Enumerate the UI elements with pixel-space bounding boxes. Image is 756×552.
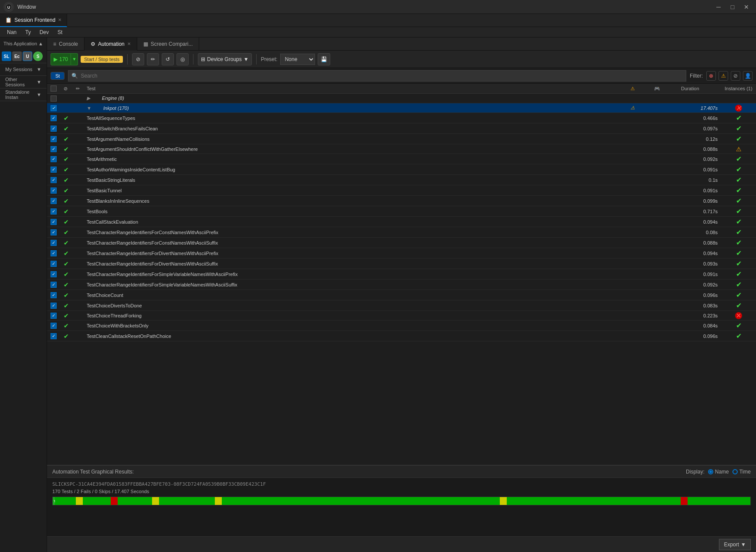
sidebar-tab-ue[interactable]: U xyxy=(23,51,32,61)
row-test-name[interactable]: TestCharacterRangeIdentifiersForDivertNa… xyxy=(83,248,627,259)
row-check[interactable] xyxy=(47,94,60,103)
row-checkbox[interactable]: ✓ xyxy=(51,313,57,319)
time-radio-button[interactable] xyxy=(732,469,738,474)
maximize-button[interactable]: □ xyxy=(726,3,739,11)
menu-item-ty[interactable]: Ty xyxy=(22,27,34,37)
search-all-button[interactable]: ◎ xyxy=(176,53,189,65)
display-name-radio[interactable]: Name xyxy=(708,469,729,475)
sidebar-tab-ec[interactable]: Ec xyxy=(12,51,22,61)
name-radio-button[interactable] xyxy=(708,469,713,474)
row-checkbox[interactable]: ✓ xyxy=(51,303,57,309)
play-dropdown-button[interactable]: ▼ xyxy=(71,53,78,65)
tab-automation[interactable]: ⚙ Automation ✕ xyxy=(85,37,137,51)
menu-item-st[interactable]: St xyxy=(54,27,66,37)
row-instance-status: ✔ xyxy=(736,270,742,278)
row-checkbox[interactable]: ✓ xyxy=(51,156,57,162)
row-test-name[interactable]: TestAllSequenceTypes xyxy=(83,113,627,123)
edit-button[interactable]: ✏ xyxy=(147,53,159,65)
preset-select[interactable]: None xyxy=(280,54,315,65)
row-test-name[interactable]: ▼ Inkpot (170) xyxy=(83,103,627,113)
menu-item-nan[interactable]: Nan xyxy=(3,27,20,37)
row-checkbox[interactable]: ✓ xyxy=(51,198,57,204)
row-test-name[interactable]: TestArgumentNameCollisions xyxy=(83,134,627,144)
row-checkbox[interactable]: ✓ xyxy=(51,115,57,121)
col-duration[interactable]: Duration xyxy=(678,84,721,94)
menu-item-dev[interactable]: Dev xyxy=(36,27,52,37)
row-checkbox[interactable]: ✓ xyxy=(51,177,57,183)
row-checkbox[interactable]: ✓ xyxy=(51,250,57,256)
row-checkbox[interactable]: ✓ xyxy=(51,282,57,288)
row-test-name[interactable]: TestChoiceCount xyxy=(83,290,627,300)
row-checkbox[interactable]: ✓ xyxy=(51,292,57,298)
filter-error-button[interactable]: ⊗ xyxy=(706,71,716,81)
row-test-name[interactable]: TestBools xyxy=(83,206,627,217)
sidebar-collapse-icon: ▲ xyxy=(38,41,43,46)
row-test-name[interactable]: ▶ Engine (8) xyxy=(83,94,627,103)
preset-save-button[interactable]: 💾 xyxy=(318,53,330,65)
row-checkbox[interactable]: ✓ xyxy=(51,261,57,267)
row-test-name[interactable]: TestCharacterRangeIdentifiersForSimpleVa… xyxy=(83,279,627,290)
filter-user-button[interactable]: 👤 xyxy=(743,71,753,81)
row-test-name[interactable]: TestBasicTunnel xyxy=(83,185,627,196)
row-checkbox[interactable]: ✓ xyxy=(51,240,57,246)
row-checkbox[interactable]: ✓ xyxy=(51,333,57,339)
row-test-name[interactable]: TestAuthorWarningsInsideContentListBug xyxy=(83,164,627,175)
row-test-name[interactable]: TestChoiceDivertsToDone xyxy=(83,300,627,311)
col-test-name[interactable]: Test xyxy=(83,84,627,94)
sidebar-tab-s[interactable]: S xyxy=(33,51,43,61)
close-button[interactable]: ✕ xyxy=(740,3,753,11)
col-instances[interactable]: Instances (1) xyxy=(721,84,756,94)
row-test-name[interactable]: TestArgumentShouldntConflictWithGatherEl… xyxy=(83,144,627,154)
minimize-button[interactable]: ─ xyxy=(712,3,725,11)
row-checkbox[interactable]: ✓ xyxy=(51,146,57,152)
row-test-name[interactable]: TestCharacterRangeIdentifiersForDivertNa… xyxy=(83,259,627,269)
row-test-name[interactable]: TestCharacterRangeIdentifiersForConstNam… xyxy=(83,238,627,248)
sidebar-tab-sl[interactable]: SL xyxy=(2,51,11,61)
row-test-name[interactable]: TestBlanksInInlineSequences xyxy=(83,196,627,206)
row-check[interactable]: ✓ xyxy=(47,103,60,113)
filter-tab-st[interactable]: St xyxy=(51,72,64,79)
row-checkbox[interactable]: ✓ xyxy=(51,167,57,173)
row-test-name[interactable]: TestCleanCallstackResetOnPathChoice xyxy=(83,331,627,341)
row-duration: 0.097s xyxy=(678,123,721,134)
sidebar-standalone[interactable]: Standalone Instan ▼ xyxy=(0,89,47,101)
automation-tab-close[interactable]: ✕ xyxy=(127,41,131,46)
expand-icon[interactable]: ▶ xyxy=(87,95,90,101)
play-button[interactable]: ▶ 170 xyxy=(51,53,71,65)
search-input[interactable] xyxy=(68,70,686,82)
row-test-name[interactable]: TestChoiceThreadForking xyxy=(83,311,627,320)
row-test-name[interactable]: TestCharacterRangeIdentifiersForConstNam… xyxy=(83,227,627,238)
history-button[interactable]: ⊘ xyxy=(132,53,144,65)
table-row: ✓ ✔ TestCharacterRangeIdentifiersForSimp… xyxy=(47,269,756,279)
sidebar-this-application-header[interactable]: This Application ▲ xyxy=(0,37,47,50)
row-test-name[interactable]: TestAllSwitchBranchesFailsClean xyxy=(83,123,627,134)
row-checkbox[interactable]: ✓ xyxy=(51,187,57,194)
sidebar-my-sessions[interactable]: My Sessions ▼ xyxy=(0,63,47,75)
row-checkbox[interactable]: ✓ xyxy=(51,208,57,215)
row-checkbox[interactable]: ✓ xyxy=(51,271,57,277)
row-checkbox[interactable]: ✓ xyxy=(51,219,57,225)
bar-main xyxy=(55,497,750,505)
row-checkbox[interactable]: ✓ xyxy=(51,323,57,329)
row-test-name[interactable]: TestCharacterRangeIdentifiersForSimpleVa… xyxy=(83,269,627,279)
filter-warning-button[interactable]: ⚠ xyxy=(719,71,728,81)
row-test-name[interactable]: TestCallStackEvaluation xyxy=(83,217,627,227)
row-test-name[interactable]: TestChoiceWithBracketsOnly xyxy=(83,320,627,331)
export-button[interactable]: Export ▼ xyxy=(719,539,751,550)
session-frontend-tab[interactable]: 📋 Session Frontend ✕ xyxy=(0,14,67,27)
row-checkbox[interactable]: ✓ xyxy=(51,229,57,235)
tab-console[interactable]: ≡ Console xyxy=(47,37,85,51)
row-test-name[interactable]: TestBasicStringLiterals xyxy=(83,175,627,185)
expand-icon[interactable]: ▼ xyxy=(87,106,92,111)
tab-screen-compare[interactable]: ▦ Screen Compari... xyxy=(137,37,200,51)
row-checkbox[interactable]: ✓ xyxy=(51,136,57,142)
row-test-name[interactable]: TestArithmetic xyxy=(83,154,627,164)
row-checkbox[interactable]: ✓ xyxy=(51,126,57,132)
sidebar-other-sessions[interactable]: Other Sessions ▼ xyxy=(0,76,47,88)
filter-skip-button[interactable]: ⊘ xyxy=(731,71,740,81)
device-groups-button[interactable]: ⊞ Device Groups ▼ xyxy=(198,53,251,65)
header-checkbox[interactable] xyxy=(51,85,57,92)
session-tab-close[interactable]: ✕ xyxy=(58,17,61,22)
refresh-button[interactable]: ↺ xyxy=(162,53,174,65)
display-time-radio[interactable]: Time xyxy=(732,469,751,475)
